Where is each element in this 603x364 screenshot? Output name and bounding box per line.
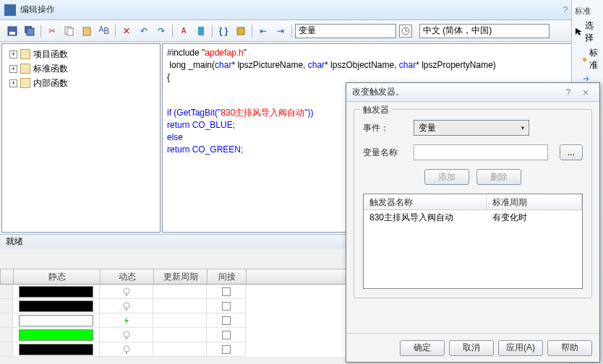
varname-input[interactable] bbox=[414, 144, 548, 160]
dialog-close-button[interactable]: × bbox=[578, 86, 594, 99]
svg-rect-17 bbox=[126, 337, 127, 339]
font-color-icon[interactable]: A bbox=[176, 23, 192, 39]
col-trigger-name: 触发器名称 bbox=[364, 194, 487, 209]
svg-rect-5 bbox=[67, 28, 73, 35]
redo-icon[interactable]: ↷ bbox=[153, 23, 169, 39]
clock-icon[interactable] bbox=[399, 25, 412, 38]
event-combo[interactable]: 变量 bbox=[414, 120, 529, 136]
svg-rect-8 bbox=[237, 27, 244, 35]
save-icon[interactable] bbox=[4, 23, 20, 39]
svg-rect-6 bbox=[83, 27, 90, 35]
dialog-title: 改变触发器。 bbox=[352, 86, 559, 98]
app-icon bbox=[4, 4, 16, 16]
ok-button[interactable]: 确定 bbox=[400, 340, 445, 356]
svg-point-16 bbox=[124, 332, 129, 337]
window-title: 编辑操作 bbox=[20, 4, 552, 16]
select-tool[interactable]: 选择 bbox=[572, 18, 603, 46]
help-button[interactable]: 帮助 bbox=[547, 340, 592, 356]
browse-button[interactable]: ... bbox=[560, 144, 583, 160]
apply-button[interactable]: 应用(A) bbox=[498, 340, 543, 356]
svg-rect-19 bbox=[126, 352, 127, 354]
language-combo[interactable]: 中文 (简体，中国) bbox=[419, 24, 549, 38]
svg-point-14 bbox=[124, 303, 129, 308]
find-replace-icon[interactable]: AB bbox=[96, 23, 112, 39]
trigger-table[interactable]: 触发器名称 标准周期 830主排风导入阀自动 有变化时 bbox=[363, 194, 583, 289]
svg-point-18 bbox=[124, 346, 129, 352]
svg-rect-3 bbox=[27, 28, 34, 35]
dialog-help-button[interactable]: ? bbox=[560, 86, 576, 99]
delete-button[interactable]: 删除 bbox=[476, 169, 521, 185]
varname-label: 变量名称 bbox=[363, 147, 406, 159]
tree-item-internal[interactable]: +内部函数 bbox=[5, 76, 157, 90]
paste-icon[interactable] bbox=[79, 23, 95, 39]
cancel-button[interactable]: 取消 bbox=[449, 340, 494, 356]
bookmark-icon[interactable] bbox=[193, 23, 209, 39]
tree-item-project[interactable]: +项目函数 bbox=[5, 47, 157, 61]
copy-icon[interactable] bbox=[61, 23, 77, 39]
go-right-icon[interactable]: ⇥ bbox=[273, 23, 288, 39]
save-all-icon[interactable] bbox=[22, 23, 38, 39]
delete-icon[interactable]: ✕ bbox=[119, 23, 134, 39]
svg-rect-15 bbox=[126, 308, 127, 311]
svg-rect-1 bbox=[9, 32, 15, 35]
tree-item-standard[interactable]: +标准函数 bbox=[5, 61, 157, 76]
cut-icon[interactable]: ✂ bbox=[44, 23, 60, 39]
svg-rect-13 bbox=[126, 294, 127, 296]
trigger-dialog: 改变触发器。 ? × 触发器 事件： 变量 变量名称 ... 添加 删除 触发器… bbox=[346, 82, 600, 363]
undo-icon[interactable]: ↶ bbox=[136, 23, 152, 39]
svg-rect-7 bbox=[198, 27, 204, 35]
toolbar: ✂ AB ✕ ↶ ↷ A { } ⇤ ⇥ 变量 中文 (简体，中国) bbox=[0, 20, 603, 42]
fieldset-legend: 触发器 bbox=[360, 104, 392, 116]
event-label: 事件： bbox=[363, 122, 406, 134]
brackets-icon[interactable]: { } bbox=[215, 23, 231, 39]
col-period: 标准周期 bbox=[487, 194, 582, 209]
variable-combo[interactable]: 变量 bbox=[295, 24, 396, 38]
go-left-icon[interactable]: ⇤ bbox=[255, 23, 271, 39]
compile-icon[interactable] bbox=[233, 23, 249, 39]
svg-point-12 bbox=[124, 288, 129, 294]
add-button[interactable]: 添加 bbox=[424, 169, 469, 185]
table-row[interactable]: 830主排风导入阀自动 有变化时 bbox=[364, 210, 582, 223]
function-tree[interactable]: +项目函数 +标准函数 +内部函数 bbox=[1, 43, 161, 233]
